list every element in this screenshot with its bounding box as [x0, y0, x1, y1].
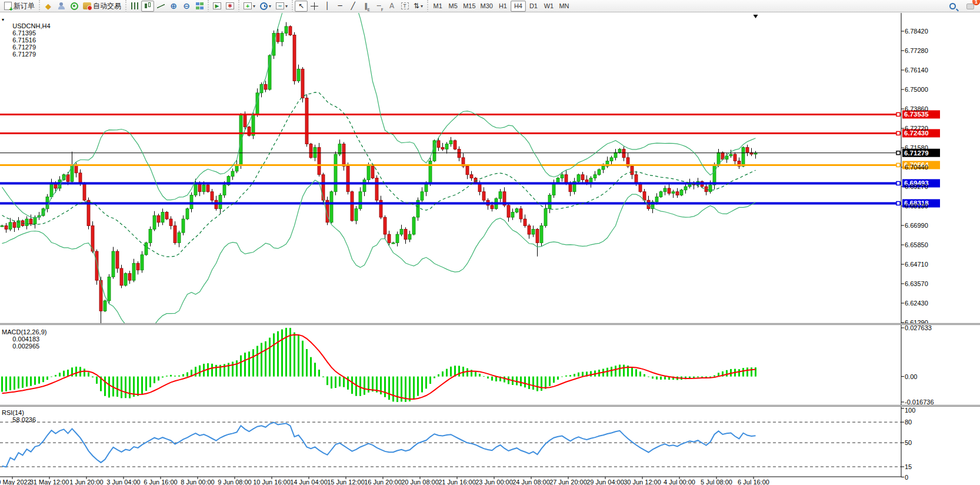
- candlestick-chart-icon: [144, 2, 151, 9]
- timeframe-m30-button[interactable]: M30: [478, 1, 495, 12]
- chart-low-value: 6.71279: [12, 44, 36, 51]
- auto-trading-button[interactable]: 自动交易: [81, 1, 124, 12]
- timeframe-m1-button[interactable]: M1: [430, 1, 445, 12]
- candle-up: [614, 152, 617, 158]
- channel-icon: ∥E: [364, 2, 368, 10]
- accounts-button[interactable]: [55, 1, 68, 12]
- notifications-button[interactable]: 1: [964, 1, 976, 12]
- candle-up: [449, 141, 452, 144]
- line-chart-button[interactable]: [154, 1, 167, 12]
- timeframe-mn-button[interactable]: MN: [556, 1, 572, 12]
- text-label-icon: T: [401, 2, 409, 9]
- zoom-out-button[interactable]: ⊖: [180, 1, 193, 12]
- chart-open-value: 6.71395: [12, 29, 36, 36]
- macd-pane-splitter[interactable]: [0, 323, 980, 325]
- title-marker-icon: ▾: [2, 17, 4, 22]
- timeframe-d1-button[interactable]: D1: [526, 1, 541, 12]
- candlestick-chart-button[interactable]: [141, 1, 154, 12]
- rsi-line: [2, 423, 756, 467]
- mt4-window: 新订单 ◆ 自动交易: [0, 0, 980, 485]
- timeframe-m5-button[interactable]: M5: [445, 1, 461, 12]
- candle-up: [713, 164, 716, 185]
- text-label-button[interactable]: T: [398, 1, 411, 12]
- crosshair-button[interactable]: [308, 1, 321, 12]
- timeframe-label: M30: [481, 2, 493, 9]
- time-tick-label: 27 Jun 20:00: [549, 479, 587, 485]
- chart-shift-button[interactable]: ✱: [224, 1, 236, 12]
- candle-down: [528, 226, 531, 234]
- macd-histogram-bar: [475, 371, 476, 376]
- candle-up: [655, 197, 658, 202]
- channel-button[interactable]: ∥E: [359, 1, 372, 12]
- text-button[interactable]: A: [385, 1, 398, 12]
- macd-histogram-bar: [582, 372, 584, 377]
- macd-histogram-bar: [162, 377, 164, 378]
- time-tick-label: 10 Jun 16:00: [253, 479, 291, 485]
- candle-down: [371, 166, 374, 178]
- horizontal-line-button[interactable]: ─: [334, 1, 346, 12]
- new-order-button[interactable]: 新订单: [2, 1, 37, 12]
- candle-down: [643, 192, 646, 200]
- candle-up: [104, 301, 106, 311]
- macd-histogram-bar: [446, 369, 448, 377]
- candle-up: [552, 183, 555, 195]
- chart-area[interactable]: 6.735356.724306.712796.705646.694936.683…: [0, 13, 980, 485]
- macd-histogram-bar: [314, 363, 316, 376]
- candle-up: [194, 183, 197, 195]
- macd-histogram-bar: [372, 377, 374, 391]
- indicators-button[interactable]: + ▾: [241, 1, 258, 12]
- vertical-line-button[interactable]: │: [321, 1, 334, 12]
- signals-button[interactable]: [68, 1, 81, 12]
- cursor-button[interactable]: ↖: [295, 1, 308, 12]
- zoom-in-button[interactable]: ⊕: [167, 1, 180, 12]
- auto-scroll-button[interactable]: ▶: [211, 1, 224, 12]
- macd-histogram-bar: [429, 377, 431, 384]
- timeframe-h4-button[interactable]: H4: [511, 1, 526, 12]
- rsi-indicator: [0, 422, 901, 467]
- price-tick-label: 6.63570: [905, 281, 928, 287]
- trendline-button[interactable]: ╱: [346, 1, 359, 12]
- price-tick-label: 6.68130: [905, 203, 928, 210]
- candle-down: [536, 229, 539, 242]
- macd-histogram-bar: [84, 368, 85, 376]
- timeframe-label: MN: [559, 2, 569, 9]
- candle-up: [285, 26, 288, 34]
- candle-up: [421, 192, 424, 200]
- rsi-label: RSI(14) 58.0236: [2, 409, 36, 430]
- timeframe-w1-button[interactable]: W1: [541, 1, 556, 12]
- time-tick-label: 4 Jul 00:00: [664, 479, 695, 485]
- macd-histogram-bar: [565, 376, 567, 377]
- candle-up: [108, 277, 111, 301]
- macd-histogram-bar: [656, 377, 658, 380]
- chevron-down-icon: ▾: [253, 4, 255, 9]
- price-tick-label: 6.77280: [905, 48, 928, 54]
- chart-canvas[interactable]: 6.735356.724306.712796.705646.694936.683…: [0, 13, 980, 485]
- tile-windows-button[interactable]: [193, 1, 206, 12]
- periods-button[interactable]: ▾: [258, 1, 274, 12]
- macd-histogram-bar: [38, 377, 40, 384]
- macd-histogram-bar: [326, 377, 328, 386]
- price-tick-label: 6.65850: [905, 242, 928, 248]
- macd-tick-label: 0.00: [905, 374, 917, 380]
- bar-chart-icon: [131, 2, 138, 9]
- timeframe-h1-button[interactable]: H1: [495, 1, 511, 12]
- bar-chart-button[interactable]: [128, 1, 141, 12]
- macd-histogram-bar: [318, 370, 320, 377]
- market-watch-button[interactable]: ◆: [42, 1, 55, 12]
- macd-histogram-bar: [322, 377, 324, 377]
- candle-down: [244, 115, 246, 127]
- fibonacci-button[interactable]: ┄F: [372, 1, 385, 12]
- macd-histogram-bar: [561, 377, 563, 377]
- macd-histogram-bar: [413, 377, 415, 400]
- timeframe-m15-button[interactable]: M15: [461, 1, 478, 12]
- search-button[interactable]: [946, 1, 959, 12]
- candle-up: [598, 170, 601, 175]
- candle-up: [145, 243, 148, 255]
- templates-button[interactable]: ≈ ▾: [274, 1, 290, 12]
- macd-histogram-bar: [479, 374, 481, 377]
- candle-up: [659, 192, 662, 197]
- macd-histogram-bar: [75, 367, 77, 377]
- rsi-pane-splitter[interactable]: [0, 405, 980, 407]
- arrows-button[interactable]: ⇅ ▾: [411, 1, 425, 12]
- macd-histogram-bar: [483, 376, 485, 377]
